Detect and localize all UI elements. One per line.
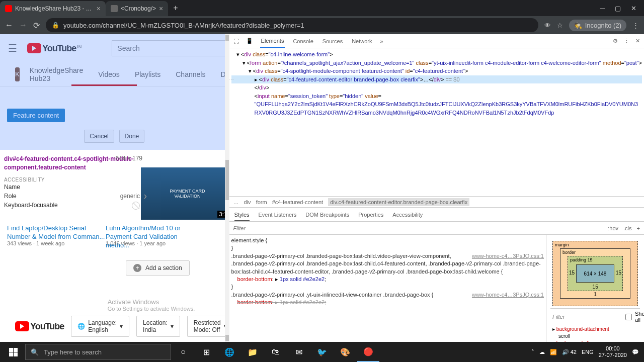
tab-network[interactable]: Network	[351, 35, 373, 47]
more-tabs-icon[interactable]: »	[380, 38, 383, 44]
start-button[interactable]	[2, 342, 24, 362]
search-icon: 🔍	[31, 348, 39, 356]
video-thumbnail: PAYMENT CARDVALIDATION 3:18	[141, 167, 225, 220]
maximize-icon[interactable]: ▢	[615, 5, 621, 12]
video-title[interactable]: Find Laptop/Desktop Serial Number & Mode…	[7, 224, 105, 241]
page-scrollbar[interactable]	[225, 34, 229, 342]
eye-off-icon[interactable]: 👁	[544, 22, 551, 29]
new-tab-button[interactable]: +	[168, 4, 183, 13]
taskbar-search[interactable]: 🔍 Type here to search	[25, 344, 171, 360]
tab-console[interactable]: Console	[292, 35, 314, 47]
tab-styles[interactable]: Styles	[234, 212, 250, 221]
menu-icon[interactable]: ☰	[8, 42, 17, 54]
taskbar-clock[interactable]: 00:0027-07-2020	[599, 345, 627, 358]
video-meta: 1,046 views · 1 year ago	[106, 240, 166, 246]
search-input[interactable]	[112, 40, 225, 56]
youtube-logo[interactable]: YouTube	[15, 321, 64, 332]
close-icon[interactable]: ✕	[631, 5, 636, 12]
store-icon[interactable]: 🛍	[265, 342, 287, 362]
tab-event-listeners[interactable]: Event Listeners	[259, 212, 297, 218]
youtube-logo[interactable]: YouTube IN	[27, 43, 82, 54]
filter-input[interactable]	[552, 314, 622, 320]
location-button[interactable]: Location: India ▾	[136, 316, 180, 337]
forward-button[interactable]: →	[19, 21, 27, 30]
styles-panel[interactable]: element.style { } www-home-c4…3PsJQ.css:…	[229, 235, 546, 342]
browser-tab-2[interactable]: <Cronobog/> ×	[106, 1, 168, 16]
breadcrumb[interactable]: … div form #c4-featured-content div.c4-f…	[229, 197, 644, 208]
tab-properties[interactable]: Properties	[358, 212, 383, 218]
onedrive-icon[interactable]: ☁	[539, 349, 545, 355]
tab-playlists[interactable]: Playlists	[135, 70, 160, 78]
close-icon[interactable]: ×	[97, 5, 101, 13]
language-button[interactable]: 🌐 Language: English ▾	[71, 316, 129, 337]
restricted-mode-button[interactable]: Restricted Mode: Off ▾	[187, 316, 225, 337]
filter-input[interactable]	[233, 225, 603, 231]
menu-icon[interactable]: ⋮	[632, 22, 639, 29]
app-icon[interactable]: 🐦	[311, 342, 333, 362]
device-icon[interactable]: 📱	[246, 38, 253, 44]
play-icon	[27, 43, 41, 53]
close-icon[interactable]: ×	[159, 5, 163, 13]
address-bar[interactable]: 🔒 youtube.com/channel/UC_M-mZLGSTO0l_B-A…	[46, 18, 538, 32]
tab-channels[interactable]: Channels	[176, 70, 205, 78]
inspect-tooltip: div#c4-featured-content.c4-spotlight-mod…	[4, 155, 140, 211]
mail-icon[interactable]: ✉	[288, 342, 310, 362]
hov-toggle[interactable]: :hov	[608, 225, 618, 231]
plus-icon[interactable]: +	[637, 225, 640, 231]
cortana-icon[interactable]: ○	[172, 342, 194, 362]
tab-videos[interactable]: Videos	[98, 70, 120, 78]
box-model: margin- border- padding 15 15 15 15 614 …	[546, 235, 644, 342]
tab-accessibility[interactable]: Accessibility	[392, 212, 423, 218]
notifications-icon[interactable]: 💬	[632, 349, 639, 355]
lock-icon: 🔒	[52, 22, 59, 29]
tab-sources[interactable]: Sources	[321, 35, 344, 47]
back-button[interactable]: ←	[5, 21, 13, 30]
reload-button[interactable]: ⟳	[33, 21, 40, 30]
done-button[interactable]: Done	[119, 130, 145, 143]
browser-tab-1[interactable]: KnowledgeShare Hub23 - YouTu ×	[0, 1, 106, 16]
devtools-panel: ⛶ 📱 Elements Console Sources Network » ⚙…	[229, 34, 644, 342]
video-meta: 343 views · 1 week ago	[7, 240, 64, 246]
incognito-icon: 🕵	[574, 22, 582, 29]
channel-avatar[interactable]: K	[15, 67, 20, 81]
paint-icon[interactable]: 🎨	[334, 342, 356, 362]
edge-icon[interactable]: 🌐	[218, 342, 240, 362]
gear-icon[interactable]: ⚙	[613, 38, 618, 44]
inspect-icon[interactable]: ⛶	[233, 38, 239, 44]
wifi-icon[interactable]: 📶	[550, 349, 557, 355]
dom-tree[interactable]: ▾ <div class="c4-inline-welcome-form"> ▾…	[229, 48, 644, 196]
channel-name[interactable]: KnowledgeShare Hub23	[30, 66, 84, 82]
tray-chevron-icon[interactable]: ˄	[531, 349, 534, 355]
close-icon[interactable]: ✕	[635, 38, 640, 44]
taskbar: 🔍 Type here to search ○ ⊞ 🌐 📁 🛍 ✉ 🐦 🎨 🔴 …	[0, 342, 644, 362]
chrome-icon[interactable]: 🔴	[357, 342, 379, 362]
tab-discussion[interactable]: Discussion	[220, 70, 225, 78]
menu-icon[interactable]: ⋮	[624, 38, 629, 44]
duration-badge: 3:18	[217, 211, 225, 218]
site-favicon	[111, 5, 118, 12]
incognito-badge[interactable]: 🕵 Incognito (2)	[569, 20, 626, 31]
windows-watermark: Activate Windows Go to Settings to activ…	[108, 298, 195, 312]
tab-dom-breakpoints[interactable]: DOM Breakpoints	[305, 212, 349, 218]
show-all-checkbox[interactable]	[625, 314, 632, 320]
feature-content-button[interactable]: Feature content	[7, 109, 65, 122]
add-section-button[interactable]: + Add a section	[126, 260, 190, 276]
task-view-icon[interactable]: ⊞	[195, 342, 217, 362]
cls-toggle[interactable]: .cls	[623, 225, 632, 231]
plus-icon: +	[133, 264, 141, 272]
star-icon[interactable]: ☆	[557, 22, 563, 29]
youtube-favicon	[5, 5, 12, 12]
cancel-button[interactable]: Cancel	[84, 130, 114, 143]
explorer-icon[interactable]: 📁	[242, 342, 264, 362]
chevron-right-icon[interactable]: ›	[144, 190, 147, 202]
minimize-icon[interactable]: ─	[600, 5, 605, 12]
tab-elements[interactable]: Elements	[260, 35, 285, 48]
